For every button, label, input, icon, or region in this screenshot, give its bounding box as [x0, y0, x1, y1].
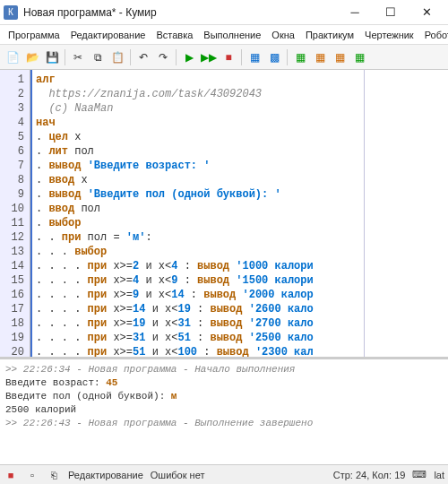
- console-line: Введите пол (одной буквой): м: [5, 390, 443, 403]
- menu-item-чертежник[interactable]: Чертежник: [360, 28, 418, 42]
- status-errors: Ошибок нет: [151, 470, 205, 480]
- run-icon[interactable]: ▶: [180, 48, 198, 66]
- code-line[interactable]: . . . выбор: [36, 245, 444, 259]
- status-cursor-pos: Стр: 24, Кол: 19: [333, 470, 406, 480]
- grid2-icon[interactable]: ▦: [311, 48, 329, 66]
- window-title: Новая программа* - Кумир: [23, 6, 337, 19]
- close-button[interactable]: ✕: [409, 0, 444, 25]
- code-line[interactable]: (c) NaaMan: [36, 101, 444, 116]
- code-line[interactable]: . . . . при x>=2 и x<4 : вывод '1000 кал…: [36, 259, 444, 273]
- line-gutter: 1234567891011121314151617181920212223242…: [0, 70, 30, 357]
- menu-item-робот[interactable]: Робот: [420, 28, 448, 42]
- status-save-icon[interactable]: ⎗: [47, 468, 61, 482]
- code-line[interactable]: нач: [36, 116, 444, 130]
- code-line[interactable]: . . . . при x>=51 и x<100 : вывод '2300 …: [36, 345, 444, 357]
- status-mode: Редактирование: [68, 470, 143, 480]
- code-line[interactable]: . . . . при x>=4 и x<9 : вывод '1500 кал…: [36, 273, 444, 288]
- code-line[interactable]: . . . . при x>=14 и x<19 : вывод '2600 к…: [36, 302, 444, 316]
- code-line[interactable]: . лит пол: [36, 144, 444, 159]
- status-stop-icon[interactable]: ■: [4, 468, 18, 482]
- open-file-icon[interactable]: 📂: [23, 48, 41, 66]
- console-line: >> 22:26:43 - Новая программа - Выполнен…: [5, 417, 443, 430]
- stop-icon[interactable]: ■: [220, 48, 237, 66]
- minimize-button[interactable]: ─: [337, 0, 373, 25]
- undo-icon[interactable]: ↶: [134, 48, 152, 66]
- grid4-icon[interactable]: ▦: [350, 48, 368, 66]
- menu-item-окна[interactable]: Окна: [267, 28, 299, 42]
- console-line: Введите возраст: 45: [5, 376, 443, 390]
- menu-item-редактирование[interactable]: Редактирование: [66, 28, 151, 42]
- code-line[interactable]: . . . . при x>=19 и x<31 : вывод '2700 к…: [36, 316, 444, 331]
- code-line[interactable]: . вывод 'Введите пол (одной буквой): ': [36, 187, 444, 202]
- code-line[interactable]: . . . . при x>=9 и x<14 : вывод '2000 ка…: [36, 288, 444, 302]
- status-lang: lat: [434, 470, 444, 480]
- statusbar: ■ ▫ ⎗ Редактирование Ошибок нет Стр: 24,…: [0, 464, 448, 484]
- keyboard-icon[interactable]: ⌨: [412, 468, 426, 482]
- output-console[interactable]: >> 22:26:34 - Новая программа - Начало в…: [0, 359, 448, 464]
- code-line[interactable]: алг: [36, 73, 444, 87]
- redo-icon[interactable]: ↷: [154, 48, 172, 66]
- code-line[interactable]: . выбор: [36, 216, 444, 230]
- actor2-icon[interactable]: ▩: [265, 48, 283, 66]
- menu-item-выполнение[interactable]: Выполнение: [199, 28, 265, 42]
- app-icon: К: [4, 5, 18, 20]
- code-line[interactable]: . . при пол = 'м':: [36, 230, 444, 245]
- menu-item-практикум[interactable]: Практикум: [301, 28, 358, 42]
- code-line[interactable]: . цел x: [36, 130, 444, 144]
- menubar: ПрограммаРедактированиеВставкаВыполнение…: [0, 25, 448, 45]
- paste-icon[interactable]: 📋: [108, 48, 126, 66]
- code-line[interactable]: . ввод пол: [36, 202, 444, 216]
- status-doc-icon[interactable]: ▫: [25, 468, 39, 482]
- menu-item-программа[interactable]: Программа: [4, 28, 65, 42]
- grid1-icon[interactable]: ▦: [291, 48, 309, 66]
- console-line: 2500 калорий: [5, 403, 443, 417]
- maximize-button[interactable]: ☐: [373, 0, 409, 25]
- grid3-icon[interactable]: ▦: [331, 48, 349, 66]
- console-line: >> 22:26:34 - Новая программа - Начало в…: [5, 363, 443, 376]
- save-icon[interactable]: 💾: [43, 48, 61, 66]
- code-area[interactable]: алг https://znanija.com/task/43092043 (c…: [30, 70, 448, 357]
- copy-icon[interactable]: ⧉: [89, 48, 107, 66]
- menu-item-вставка[interactable]: Вставка: [151, 28, 197, 42]
- toolbar: 📄 📂 💾 ✂ ⧉ 📋 ↶ ↷ ▶ ▶▶ ■ ▦ ▩ ▦ ▦ ▦ ▦: [0, 45, 448, 70]
- code-editor[interactable]: 1234567891011121314151617181920212223242…: [0, 70, 448, 359]
- code-line[interactable]: https://znanija.com/task/43092043: [36, 87, 444, 101]
- titlebar: К Новая программа* - Кумир ─ ☐ ✕: [0, 0, 448, 25]
- code-line[interactable]: . вывод 'Введите возраст: ': [36, 159, 444, 173]
- new-file-icon[interactable]: 📄: [4, 48, 22, 66]
- cut-icon[interactable]: ✂: [69, 48, 87, 66]
- step-icon[interactable]: ▶▶: [200, 48, 218, 66]
- code-line[interactable]: . . . . при x>=31 и x<51 : вывод '2500 к…: [36, 331, 444, 345]
- code-line[interactable]: . ввод x: [36, 173, 444, 187]
- actor1-icon[interactable]: ▦: [246, 48, 263, 66]
